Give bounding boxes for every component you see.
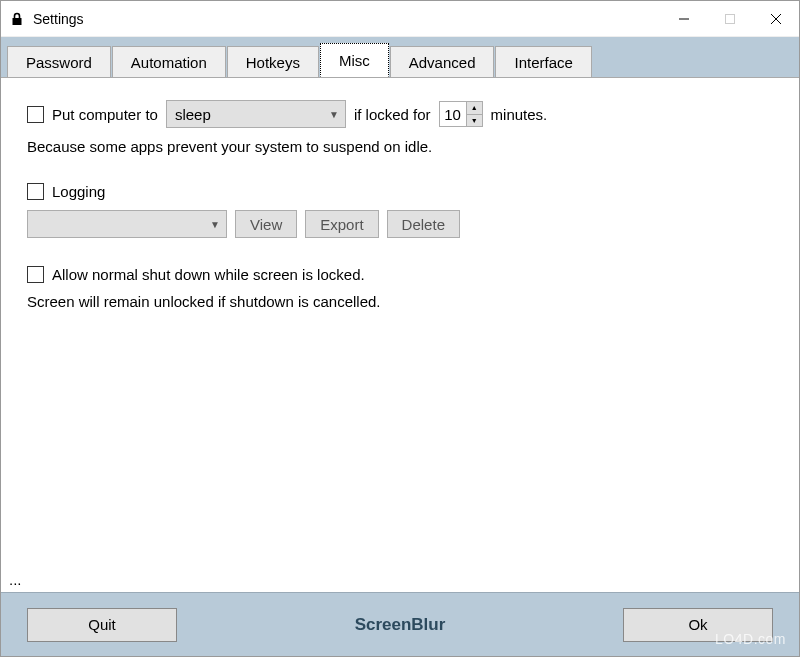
allow-shutdown-checkbox[interactable] [27, 266, 44, 283]
tabstrip: Password Automation Hotkeys Misc Advance… [1, 37, 799, 77]
put-computer-action-value: sleep [175, 106, 211, 123]
window-title: Settings [33, 11, 661, 27]
stepper-buttons: ▲ ▼ [466, 102, 482, 126]
logging-select[interactable]: ▼ [27, 210, 227, 238]
minimize-button[interactable] [661, 1, 707, 36]
if-locked-label: if locked for [354, 106, 431, 123]
allow-shutdown-hint: Screen will remain unlocked if shutdown … [27, 293, 773, 310]
put-computer-action-select[interactable]: sleep ▼ [166, 100, 346, 128]
export-button[interactable]: Export [305, 210, 378, 238]
put-computer-hint: Because some apps prevent your system to… [27, 138, 773, 155]
logging-row: Logging [27, 183, 773, 200]
chevron-down-icon: ▼ [329, 109, 339, 120]
tab-misc[interactable]: Misc [320, 43, 389, 77]
minutes-label: minutes. [491, 106, 548, 123]
tab-advanced[interactable]: Advanced [390, 46, 495, 78]
tab-hotkeys[interactable]: Hotkeys [227, 46, 319, 78]
locked-minutes-value[interactable]: 10 [440, 102, 466, 126]
settings-window: Settings Password Automation Hotkeys Mis… [0, 0, 800, 657]
quit-button[interactable]: Quit [27, 608, 177, 642]
close-button[interactable] [753, 1, 799, 36]
put-computer-row: Put computer to sleep ▼ if locked for 10… [27, 100, 773, 128]
put-computer-checkbox[interactable] [27, 106, 44, 123]
tab-interface[interactable]: Interface [495, 46, 591, 78]
stepper-down-button[interactable]: ▼ [467, 115, 482, 127]
svg-rect-2 [726, 14, 735, 23]
logging-controls-row: ▼ View Export Delete [27, 210, 773, 238]
view-button[interactable]: View [235, 210, 297, 238]
logging-checkbox[interactable] [27, 183, 44, 200]
allow-shutdown-row: Allow normal shut down while screen is l… [27, 266, 773, 283]
lock-icon [9, 11, 25, 27]
locked-minutes-stepper[interactable]: 10 ▲ ▼ [439, 101, 483, 127]
ok-button[interactable]: Ok [623, 608, 773, 642]
status-ellipsis: ... [9, 571, 22, 588]
titlebar: Settings [1, 1, 799, 37]
maximize-button[interactable] [707, 1, 753, 36]
stepper-up-button[interactable]: ▲ [467, 102, 482, 115]
tab-password[interactable]: Password [7, 46, 111, 78]
brand-label: ScreenBlur [197, 615, 603, 635]
tab-automation[interactable]: Automation [112, 46, 226, 78]
tab-content: Put computer to sleep ▼ if locked for 10… [1, 77, 799, 592]
delete-button[interactable]: Delete [387, 210, 460, 238]
svg-rect-0 [13, 18, 22, 25]
chevron-down-icon: ▼ [210, 219, 220, 230]
allow-shutdown-label: Allow normal shut down while screen is l… [52, 266, 365, 283]
put-computer-label: Put computer to [52, 106, 158, 123]
footer: Quit ScreenBlur Ok [1, 592, 799, 656]
window-controls [661, 1, 799, 36]
logging-label: Logging [52, 183, 105, 200]
